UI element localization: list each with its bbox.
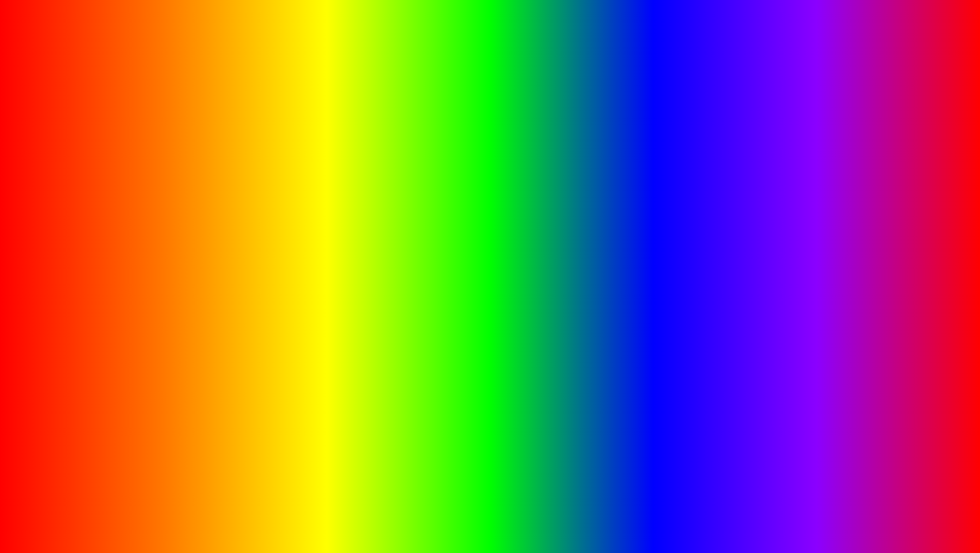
svg-point-3 xyxy=(236,125,240,129)
farm-gun-mastery-row: Farm Gun Mastery [...] xyxy=(596,207,773,213)
lock-camera-right-checkbox[interactable] xyxy=(538,176,543,181)
sidebar-right-about[interactable]: About xyxy=(536,182,590,190)
hop-server-raid-row: Hop Server To Find [...] xyxy=(113,220,290,226)
bottom-section: AUTO FARM SCRIPT PASTEBIN xyxy=(0,478,980,543)
panel-right-sidebar: Lock Camera About Debug ▼Farming Farm Co… xyxy=(534,172,593,373)
search-bar[interactable]: 🔍 Search xyxy=(596,175,773,183)
bottom-auto: AUTO xyxy=(134,478,299,543)
farm-fruit-mastery-checkbox[interactable] xyxy=(596,201,601,206)
svg-point-10 xyxy=(484,122,488,126)
auto-farm-section: Auto Farm xyxy=(596,185,773,193)
svg-point-4 xyxy=(271,122,275,126)
svg-point-17 xyxy=(733,125,737,129)
svg-point-15 xyxy=(662,126,666,130)
sidebar-farm[interactable]: Farm xyxy=(54,228,108,235)
sidebar-lock-camera[interactable]: Lock Camera xyxy=(54,175,108,182)
note-auto-farm: You can also farm mastery by turn on it … xyxy=(113,188,290,193)
main-container: BLOX FRUITS THE BEST TOP NEW FEATURE HoH… xyxy=(0,0,980,553)
take-quest-boss-row: Take Quest [...] xyxy=(596,239,773,245)
title-section: BLOX FRUITS xyxy=(0,5,980,86)
raid-boss-select[interactable]: Select Raid Boss: ▽ xyxy=(113,203,290,212)
auto-farm-raid-checkbox[interactable] xyxy=(113,214,118,219)
logo-text: FRUITS xyxy=(864,521,939,543)
panel-right-content: 🔍 Search Auto Farm Auto Farm Level [...]… xyxy=(593,172,776,373)
take-quest-checkbox[interactable] xyxy=(113,182,118,187)
svg-point-23 xyxy=(903,493,911,501)
auto-farm-boss-row: Auto Farm Boss [...] xyxy=(596,233,773,238)
svg-point-6 xyxy=(342,123,346,127)
search-icon: 🔍 xyxy=(599,176,605,182)
svg-point-20 xyxy=(840,123,844,127)
sidebar-right-farming[interactable]: ▼Farming xyxy=(536,197,590,205)
lock-camera-checkbox[interactable] xyxy=(56,176,61,181)
label-new-feature: NEW FEATURE xyxy=(559,137,738,169)
note-multi: You can also farm mastery by turn on it … xyxy=(113,259,290,264)
sidebar-points[interactable]: Points xyxy=(54,213,108,220)
mob-farm-section: Mob Farm xyxy=(596,260,773,267)
hop-server-boss-checkbox[interactable] xyxy=(596,247,601,252)
svg-point-22 xyxy=(891,493,899,501)
panel-right-body: Lock Camera About Debug ▼Farming Farm Co… xyxy=(534,172,776,373)
label-the-best-top: THE BEST TOP xyxy=(51,137,232,169)
raid-bosses-header: Raid Bosses Farm xyxy=(113,195,290,202)
multi-mob-select[interactable]: Select Multi Mob: ▼ xyxy=(113,243,290,251)
note-bosses: You can also farm mastery by turn on it … xyxy=(596,253,773,258)
ui-panel-right: HoHo Hub - Blox Fruit Gen 3 Lock Camera … xyxy=(533,162,777,375)
sidebar-debug[interactable]: Debug xyxy=(54,190,108,197)
sidebar-right-debug[interactable]: Debug xyxy=(536,190,590,197)
auto-farm-mob-row: Auto Farm Mob [...] xyxy=(113,175,290,180)
svg-point-12 xyxy=(556,123,560,127)
svg-point-11 xyxy=(520,126,524,130)
main-title: BLOX FRUITS xyxy=(0,5,980,86)
ui-panel-left: HoHo Hub - Blox Fruit Gen 3 Lock Camera … xyxy=(51,162,295,360)
panel-left-body: Lock Camera About Debug ▼Farming Farm Co… xyxy=(52,172,293,358)
svg-point-0 xyxy=(129,123,133,127)
farm-gun-mastery-checkbox[interactable] xyxy=(596,208,601,213)
sidebar-right-farm[interactable]: Farm xyxy=(536,228,590,235)
farm-fruit-mastery-row: Farm Fruit Mastery [...] xyxy=(596,200,773,206)
sidebar-right-lock-camera[interactable]: Lock Camera xyxy=(536,175,590,182)
hop-server-raid-checkbox[interactable] xyxy=(113,221,118,226)
bottom-pastebin: PASTEBIN xyxy=(644,489,846,533)
sidebar-about[interactable]: About xyxy=(54,182,108,190)
take-quest-boss-checkbox[interactable] xyxy=(596,240,601,245)
svg-point-9 xyxy=(449,126,453,130)
svg-point-18 xyxy=(769,122,773,126)
svg-point-13 xyxy=(591,125,595,129)
svg-point-8 xyxy=(413,122,417,126)
sidebar-farm-config[interactable]: Farm Config xyxy=(54,205,108,213)
auto-farm-mob-checkbox[interactable] xyxy=(113,175,118,180)
multi-mob-header: Multi Mob Farm xyxy=(113,234,290,241)
take-quest-row: Take Quest [...] xyxy=(113,181,290,187)
svg-point-5 xyxy=(307,126,311,130)
sidebar-setting[interactable]: Setting xyxy=(54,243,108,251)
svg-point-7 xyxy=(378,125,382,129)
dot-red-right xyxy=(537,166,541,170)
auto-farm-multi-row: Auto Farm Multi Mob [...] xyxy=(113,253,290,258)
svg-point-16 xyxy=(698,123,702,127)
sidebar-kaitun[interactable]: Kaitun xyxy=(54,235,108,243)
auto-farm-raid-row: Auto Farm Raid Boss [...] xyxy=(113,214,290,219)
bottom-farm: FARM xyxy=(309,478,476,543)
sidebar-right-farm-config[interactable]: Farm Config xyxy=(536,205,590,213)
sidebar-right-webhook[interactable]: Webhook & Ram xyxy=(536,220,590,228)
blox-fruits-logo: FRUITS xyxy=(864,480,939,543)
lights-string xyxy=(106,121,867,131)
sidebar-farming[interactable]: ▼Farming xyxy=(54,197,108,205)
sidebar-right-points[interactable]: Points xyxy=(536,213,590,220)
sidebar-webhook[interactable]: Webhook & Ram xyxy=(54,220,108,228)
skull-icon xyxy=(876,480,927,521)
auto-farm-level-checkbox[interactable] xyxy=(596,194,601,199)
svg-point-14 xyxy=(627,122,631,126)
search-input[interactable]: Search xyxy=(607,176,770,182)
mob-select[interactable]: Select Mob: ▽ xyxy=(596,268,773,277)
sidebar-right-kaitun[interactable]: Kaitun xyxy=(536,235,590,243)
sidebar-right-setting[interactable]: Setting xyxy=(536,243,590,251)
svg-point-1 xyxy=(165,125,169,129)
auto-farm-boss-checkbox[interactable] xyxy=(596,233,601,238)
note-raid: You can also farm mastery by turn on it … xyxy=(113,227,290,232)
boss-select[interactable]: Select Boss: ▽ xyxy=(596,223,773,231)
auto-farm-multi-checkbox[interactable] xyxy=(113,253,118,258)
bottom-script: SCRIPT xyxy=(485,489,634,533)
hop-server-boss-row: Hop Server To Find [...] xyxy=(596,246,773,252)
